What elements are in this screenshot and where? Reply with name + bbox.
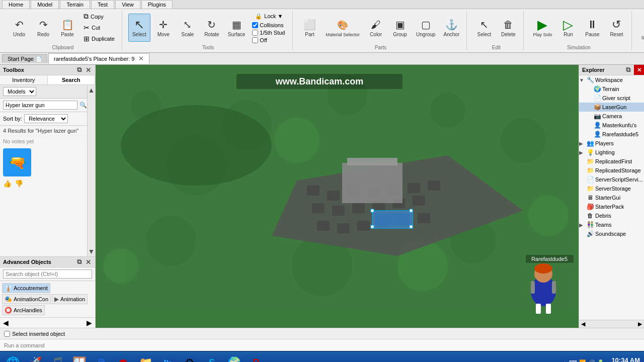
part-button[interactable]: ⬜ Part: [299, 14, 321, 42]
taskbar-windows[interactable]: 🪟: [68, 353, 90, 363]
taskbar-browser[interactable]: 🌍: [223, 353, 245, 363]
toolbox-float-btn[interactable]: ⧉: [75, 66, 83, 74]
explorer-close-btn[interactable]: ✕: [634, 65, 644, 75]
adv-item-archandles[interactable]: ⭕ ArcHandles: [2, 305, 45, 315]
teams-toggle[interactable]: ▶: [579, 222, 585, 228]
explorer-float-btn[interactable]: ⧉: [624, 66, 632, 74]
explorer-item-serverstorage[interactable]: 📁 ServerStorage: [579, 184, 644, 193]
explorer-item-rarefastdude[interactable]: 👤 Rarefastdude5: [579, 130, 644, 139]
run-button[interactable]: ▷ Run: [557, 14, 579, 42]
taskbar-settings[interactable]: ⚙: [179, 353, 200, 363]
explorer-scroll-left[interactable]: ◀: [581, 321, 585, 327]
adv-nav-right[interactable]: ▶: [87, 319, 92, 327]
taskbar-media[interactable]: 🎵: [46, 353, 67, 363]
move-button[interactable]: ✛ Move: [152, 14, 175, 42]
tab-search[interactable]: Search: [48, 75, 96, 84]
anchor-button[interactable]: ⚓ Anchor: [440, 14, 462, 42]
search-input[interactable]: [3, 101, 77, 110]
rotate-button[interactable]: ↻ Rotate: [201, 14, 223, 42]
reset-button[interactable]: ↺ Reset: [605, 14, 627, 42]
explorer-scroll-right[interactable]: ▶: [638, 321, 642, 327]
delete-button[interactable]: 🗑 Delete: [497, 14, 519, 42]
taskbar-rocket[interactable]: 🚀: [24, 353, 45, 363]
play-solo-button[interactable]: ▶ Play Solo: [530, 14, 555, 42]
pause-button[interactable]: ⏸ Pause: [581, 14, 603, 42]
undo-button[interactable]: ↶ Undo: [8, 14, 30, 42]
explorer-item-giverscript[interactable]: 📄 Giver script: [579, 94, 644, 103]
select-edit-button[interactable]: ↖ Select: [473, 14, 495, 42]
explorer-item-replicatedfirst[interactable]: 📁 ReplicatedFirst: [579, 157, 644, 166]
adv-item-animation[interactable]: ▶ Animation: [52, 294, 88, 304]
redo-button[interactable]: ↷ Redo: [32, 14, 54, 42]
lock-button[interactable]: 🔒 Lock ▼: [252, 12, 286, 21]
cut-button[interactable]: ✂ Cut: [80, 23, 118, 33]
tab-model[interactable]: Model: [31, 0, 59, 9]
tab-view[interactable]: View: [115, 0, 140, 9]
tab-terrain[interactable]: Terrain: [60, 0, 90, 9]
color-button[interactable]: 🖌 Color: [365, 14, 387, 42]
taskbar-clock[interactable]: 10:34 AM 8/1/2014: [609, 356, 642, 363]
doc-tab-place[interactable]: rarefastdude5's Place Number: 9 ✕: [48, 53, 149, 64]
viewport[interactable]: Rarefastdude5 www.Bandicam.com ✕: [96, 65, 579, 328]
command-input[interactable]: [4, 342, 640, 348]
select-button[interactable]: ↖ Select: [128, 14, 150, 42]
tab-home[interactable]: Home: [2, 0, 30, 9]
adv-item-animationcon[interactable]: 🎭 AnimationCon: [2, 294, 51, 304]
model-item-1[interactable]: 🔫: [0, 146, 87, 178]
stud-checkbox[interactable]: 1/5th Stud: [252, 30, 286, 36]
thumbup-btn[interactable]: 👍: [3, 179, 12, 188]
adv-search-input[interactable]: [3, 269, 92, 279]
paste-button[interactable]: 📋 Paste: [56, 14, 78, 42]
material-button[interactable]: 🎨 Material Selector: [323, 14, 363, 42]
copy-button[interactable]: ⧉ Copy: [80, 11, 118, 22]
tab-inventory[interactable]: Inventory: [0, 75, 48, 84]
taskbar-roblox[interactable]: R: [246, 353, 267, 363]
scroll-up-arrow[interactable]: ▲: [87, 85, 96, 95]
taskbar-ie[interactable]: 🌐: [2, 353, 23, 363]
duplicate-button[interactable]: ⊞ Duplicate: [80, 34, 118, 44]
doc-tab-start[interactable]: Start Page 📄: [2, 54, 47, 63]
explorer-item-lighting[interactable]: ▶ 💡 Lighting: [579, 148, 644, 157]
group-button[interactable]: ▣ Group: [389, 14, 411, 42]
collisions-checkbox[interactable]: Collisions: [252, 22, 286, 28]
taskbar-hp[interactable]: 🖥: [91, 353, 112, 363]
tab-plugins[interactable]: Plugins: [141, 0, 173, 9]
adv-float-btn[interactable]: ⧉: [75, 258, 83, 266]
explorer-item-starterpack[interactable]: 🎒 StarterPack: [579, 202, 644, 211]
explorer-item-soundscape[interactable]: 🔊 Soundscape: [579, 229, 644, 238]
explorer-item-workspace[interactable]: ▼ 🔧 Workspace: [579, 75, 644, 84]
explorer-item-camera[interactable]: 📷 Camera: [579, 112, 644, 121]
explorer-item-players[interactable]: ▶ 👥 Players: [579, 139, 644, 148]
systray-volume[interactable]: 🔊: [588, 359, 595, 362]
toolbox-close-btn[interactable]: ✕: [84, 66, 92, 74]
solid-modeling-button[interactable]: ⬛⬜ Solid Modeling ▼: [638, 17, 644, 45]
collisions-input[interactable]: [252, 22, 258, 28]
model-thumbnail-1[interactable]: 🔫: [3, 148, 31, 176]
adv-item-accoutrement[interactable]: 👔 Accoutrement: [2, 283, 50, 293]
search-icon[interactable]: 🔍: [79, 102, 87, 109]
explorer-tree[interactable]: ▼ 🔧 Workspace 🌍 Terrain 📄 Giver script 📦…: [579, 75, 644, 320]
players-toggle[interactable]: ▶: [579, 141, 585, 146]
taskbar-skype[interactable]: S: [201, 353, 222, 363]
doc-tab-close[interactable]: ✕: [138, 55, 144, 62]
select-inserted-checkbox[interactable]: Select inserted object: [4, 331, 65, 337]
thumbdown-btn[interactable]: 👎: [15, 179, 23, 188]
explorer-item-masterkunfu[interactable]: 👤 Masterkunfu's: [579, 121, 644, 130]
systray-arrow[interactable]: ▲: [562, 360, 567, 362]
off-input[interactable]: [252, 37, 258, 43]
surface-button[interactable]: ▦ Surface: [225, 14, 248, 42]
taskbar-record[interactable]: ⏺: [113, 353, 134, 363]
explorer-item-debris[interactable]: 🗑 Debris: [579, 211, 644, 220]
toolbox-scroll[interactable]: Models 🔍 Sort by: Relevance Most Taken N…: [0, 85, 87, 256]
stud-input[interactable]: [252, 30, 258, 36]
taskbar-folder[interactable]: 📁: [135, 353, 156, 363]
explorer-item-terrain[interactable]: 🌍 Terrain: [579, 84, 644, 94]
explorer-item-lasergun[interactable]: 📦 LaserGun: [579, 103, 644, 112]
explorer-item-replicatedstorage[interactable]: 📁 ReplicatedStorage: [579, 166, 644, 175]
tab-test[interactable]: Test: [91, 0, 114, 9]
select-inserted-input[interactable]: [4, 331, 10, 337]
scale-button[interactable]: ⤡ Scale: [177, 14, 199, 42]
workspace-toggle[interactable]: ▼: [579, 77, 585, 83]
lighting-toggle[interactable]: ▶: [579, 150, 585, 155]
sort-dropdown[interactable]: Relevance Most Taken Newest: [24, 114, 68, 123]
